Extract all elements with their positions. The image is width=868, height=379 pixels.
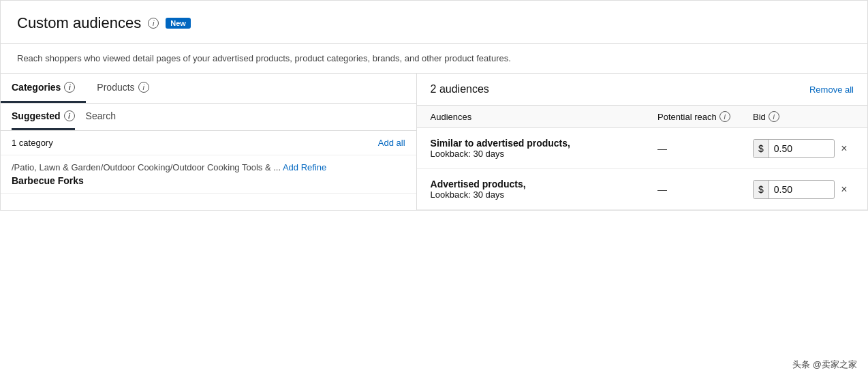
page-wrapper: Custom audiences i New Reach shoppers wh… [0,0,868,211]
remove-audience-1[interactable]: × [835,183,854,196]
category-item: /Patio, Lawn & Garden/Outdoor Cooking/Ou… [1,155,416,194]
sub-tab-search-label: Search [86,110,116,121]
remove-all-button[interactable]: Remove all [809,85,854,95]
audience-lookback-0: Lookback: 30 days [431,149,657,159]
page-title: Custom audiences [17,14,141,32]
remove-audience-0[interactable]: × [835,142,854,155]
category-path: /Patio, Lawn & Garden/Outdoor Cooking/Ou… [12,162,405,172]
reach-info-icon[interactable]: i [719,111,730,122]
bid-input-1[interactable] [769,181,817,198]
category-name: Barbecue Forks [12,175,405,186]
header-title-row: Custom audiences i New [17,14,851,32]
col-reach-label: Potential reach [657,112,717,122]
audience-lookback-1: Lookback: 30 days [431,190,657,200]
categories-info-icon[interactable]: i [64,82,75,93]
tab-categories[interactable]: Categories i [1,74,86,103]
sub-tab-suggested[interactable]: Suggested i [12,104,75,130]
audience-row-1: Advertised products, Lookback: 30 days —… [417,169,867,210]
col-header-audiences: Audiences [431,112,657,122]
audiences-header: 2 audiences Remove all [417,74,867,106]
category-header: 1 category Add all [1,131,416,155]
bid-info-icon[interactable]: i [769,111,779,122]
title-info-icon[interactable]: i [148,18,159,29]
category-count: 1 category [12,138,53,148]
sub-tab-search[interactable]: Search [86,104,116,130]
bid-currency-0: $ [754,140,769,157]
bid-currency-1: $ [754,181,769,198]
left-panel: Categories i Products i Suggested i Sear… [1,74,417,210]
col-audiences-label: Audiences [431,112,472,122]
audiences-table-header: Audiences Potential reach i Bid i [417,106,867,128]
right-panel: 2 audiences Remove all Audiences Potenti… [417,74,867,210]
description-text: Reach shoppers who viewed detail pages o… [17,53,511,63]
category-refine-link[interactable]: Refine [301,162,327,172]
add-all-button[interactable]: Add all [378,138,405,148]
category-path-text: /Patio, Lawn & Garden/Outdoor Cooking/Ou… [12,162,281,172]
audience-row-0: Similar to advertised products, Lookback… [417,128,867,169]
category-add-link[interactable]: Add [283,162,298,172]
sub-tab-suggested-label: Suggested [12,110,61,121]
col-bid-label: Bid [753,112,766,122]
tabs-row: Categories i Products i [1,74,416,104]
audience-reach-1: — [657,184,753,195]
bid-input-group-1: $ [753,180,835,199]
tab-categories-label: Categories [12,82,61,93]
audiences-count: 2 audiences [431,83,489,95]
audience-info-0: Similar to advertised products, Lookback… [431,138,657,159]
tab-products[interactable]: Products i [86,74,159,103]
col-header-bid: Bid i [753,111,835,122]
suggested-info-icon[interactable]: i [64,110,75,121]
audience-reach-0: — [657,143,753,154]
bid-input-0[interactable] [769,140,817,157]
description-section: Reach shoppers who viewed detail pages o… [1,44,867,74]
audience-info-1: Advertised products, Lookback: 30 days [431,179,657,200]
products-info-icon[interactable]: i [138,82,149,93]
tab-products-label: Products [97,82,134,93]
main-content: Categories i Products i Suggested i Sear… [1,74,867,210]
audience-name-1: Advertised products, [431,179,657,190]
col-header-reach: Potential reach i [657,111,753,122]
new-badge: New [166,18,191,29]
bid-input-group-0: $ [753,139,835,158]
header-section: Custom audiences i New [1,1,867,44]
audience-name-0: Similar to advertised products, [431,138,657,149]
sub-tabs-row: Suggested i Search [1,104,416,131]
